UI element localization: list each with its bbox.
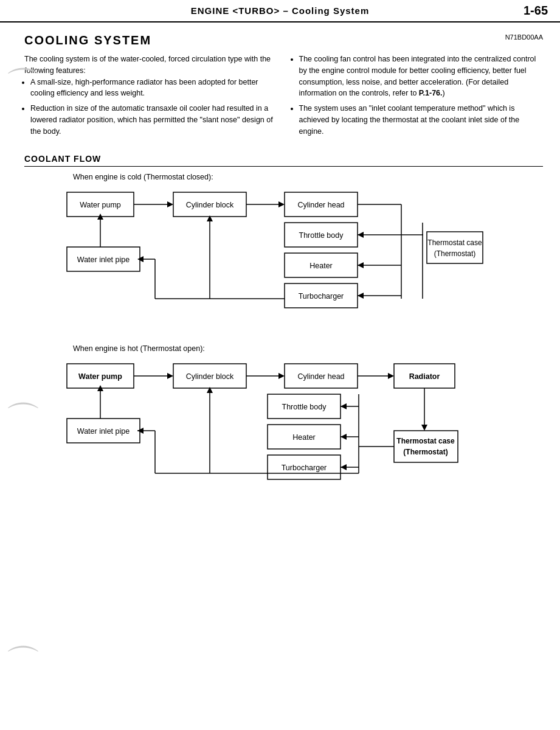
svg-text:Cylinder  head: Cylinder head: [297, 372, 344, 381]
svg-marker-51: [388, 373, 394, 379]
diagram1-svg: Water pump Cylinder block Cylinder head: [61, 186, 486, 326]
svg-text:Cylinder block: Cylinder block: [186, 372, 234, 381]
diagram2-container: Water pump Cylinder block Cylinder head: [61, 358, 486, 504]
intro-col-right: The cooling fan control has been integra…: [293, 54, 544, 141]
intro-left-item1: A small-size, high-performance radiator …: [30, 77, 275, 100]
svg-text:Throttle  body: Throttle body: [282, 403, 327, 411]
coolant-flow-title: COOLANT FLOW: [24, 154, 543, 167]
page-header: ENGINE <TURBO> – Cooling System 1-65: [0, 0, 560, 23]
svg-marker-20: [358, 232, 364, 238]
svg-text:Heater: Heater: [292, 433, 316, 442]
diagram1-container: Water pump Cylinder block Cylinder head: [61, 186, 486, 326]
intro-left-item2: Reduction in size of the automatic trans…: [30, 103, 275, 137]
diagram2-section: When engine is hot (Thermostat open): Wa…: [24, 344, 543, 504]
svg-text:Turbocharger: Turbocharger: [299, 292, 344, 301]
svg-text:Radiator: Radiator: [409, 372, 440, 381]
svg-marker-24: [358, 262, 364, 268]
svg-text:Throttle  body: Throttle body: [299, 231, 344, 240]
svg-text:Water pump: Water pump: [80, 201, 121, 209]
header-title: ENGINE <TURBO> – Cooling System: [49, 5, 511, 16]
svg-rect-56: [394, 431, 458, 462]
left-bracket-2: ⌒: [5, 395, 41, 445]
page-content: COOLING SYSTEM N71BD00AA The cooling sys…: [0, 23, 560, 533]
intro-col-left: The cooling system is of the water-coole…: [24, 54, 275, 141]
svg-marker-64: [340, 403, 347, 409]
svg-text:Cylinder  head: Cylinder head: [297, 201, 344, 209]
svg-marker-72: [340, 464, 347, 470]
intro-left-list: A small-size, high-performance radiator …: [30, 77, 275, 137]
svg-text:Water pump: Water pump: [78, 372, 122, 381]
svg-text:Cylinder block: Cylinder block: [186, 201, 234, 209]
left-bracket-1: ⌒: [5, 61, 41, 110]
left-bracket-3: ⌒: [5, 639, 41, 688]
intro-right-list: The cooling fan control has been integra…: [299, 54, 544, 137]
svg-marker-68: [340, 434, 347, 440]
section-title: COOLING SYSTEM: [24, 33, 151, 47]
svg-text:Thermostat case: Thermostat case: [396, 437, 455, 445]
svg-rect-13: [427, 232, 483, 263]
svg-text:Turbocharger: Turbocharger: [282, 464, 327, 472]
svg-text:Thermostat  case: Thermostat case: [427, 238, 482, 247]
diagram2-svg: Water pump Cylinder block Cylinder head: [61, 358, 486, 504]
svg-marker-7: [278, 201, 285, 207]
svg-marker-55: [421, 425, 427, 431]
svg-marker-47: [278, 373, 285, 379]
svg-text:Heater: Heater: [309, 262, 333, 270]
section-title-row: COOLING SYSTEM N71BD00AA: [24, 33, 543, 47]
svg-marker-43: [167, 373, 173, 379]
intro-left-para1: The cooling system is of the water-coole…: [24, 54, 275, 77]
svg-text:(Thermostat): (Thermostat): [403, 448, 448, 456]
section-code: N71BD00AA: [505, 33, 543, 41]
diagram1-label: When engine is cold (Thermostat closed):: [73, 173, 543, 181]
svg-text:Water inlet pipe: Water inlet pipe: [77, 255, 130, 264]
svg-text:(Thermostat): (Thermostat): [434, 249, 476, 258]
svg-text:Water  inlet pipe: Water inlet pipe: [77, 427, 130, 436]
intro-columns: The cooling system is of the water-coole…: [24, 54, 543, 141]
page-number: 1-65: [511, 4, 548, 18]
intro-right-item2: The system uses an "inlet coolant temper…: [299, 103, 544, 137]
diagram2-label: When engine is hot (Thermostat open):: [73, 344, 543, 353]
intro-right-item1: The cooling fan control has been integra…: [299, 54, 544, 99]
diagram1-section: When engine is cold (Thermostat closed):…: [24, 173, 543, 326]
svg-marker-28: [358, 293, 364, 299]
svg-marker-3: [167, 201, 173, 207]
